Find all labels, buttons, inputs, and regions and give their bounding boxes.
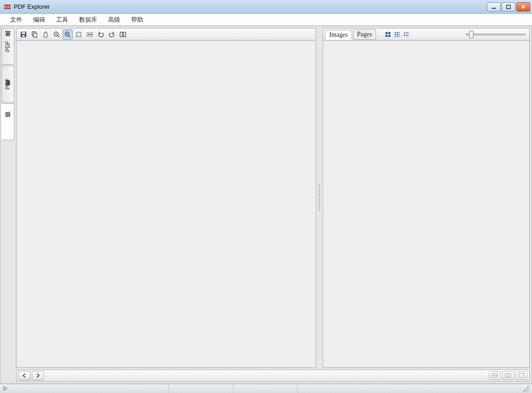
bottom-nav-strip	[16, 370, 530, 382]
minimize-button[interactable]	[487, 2, 501, 11]
nav-forward-button[interactable]	[32, 371, 44, 380]
svg-rect-32	[399, 36, 400, 37]
vtab-view-pdf[interactable]: 查看PDF	[1, 66, 14, 103]
svg-rect-34	[406, 32, 409, 33]
svg-rect-43	[519, 374, 524, 377]
menubar: 文件 编辑 工具 数据库 高级 帮助	[0, 14, 532, 26]
zoom-in-icon[interactable]	[63, 29, 73, 40]
menu-edit[interactable]: 编辑	[28, 14, 51, 26]
resize-grip[interactable]	[523, 386, 529, 392]
svg-line-13	[69, 35, 71, 37]
menu-database[interactable]: 数据库	[74, 14, 103, 26]
status-play-icon[interactable]	[3, 386, 7, 392]
titlebar: PDF PDF Explorer	[0, 0, 532, 14]
svg-rect-2	[492, 8, 496, 9]
app-icon: PDF	[4, 3, 11, 11]
two-page-icon[interactable]	[118, 29, 128, 40]
client-area: PDF Explorer PDF信息 查看PDF 扫描	[0, 26, 532, 384]
thumbnails-pane: Images Pages	[323, 28, 530, 368]
viewer-canvas[interactable]	[17, 40, 316, 367]
layout-button-3[interactable]	[515, 371, 527, 380]
svg-rect-6	[22, 35, 25, 37]
viewer-toolbar	[17, 28, 316, 40]
svg-rect-26	[399, 32, 400, 33]
menu-tools[interactable]: 工具	[51, 14, 74, 26]
status-cell-3	[297, 384, 362, 393]
thumbnails-canvas[interactable]	[323, 40, 529, 367]
status-cell-2	[233, 384, 297, 393]
maximize-button[interactable]	[502, 2, 515, 11]
zoom-out-icon[interactable]	[52, 29, 62, 40]
menu-help[interactable]: 帮助	[126, 14, 149, 26]
svg-rect-18	[120, 32, 122, 37]
grid-detail-icon[interactable]	[403, 31, 410, 38]
svg-rect-36	[404, 34, 405, 36]
rotate-left-icon[interactable]	[96, 29, 106, 40]
svg-rect-35	[406, 33, 408, 34]
svg-rect-31	[397, 36, 399, 37]
window-title: PDF Explorer	[14, 3, 50, 10]
close-button[interactable]	[516, 2, 530, 11]
svg-line-10	[58, 35, 60, 37]
vtab-pdf-info[interactable]: PDF信息	[1, 28, 14, 65]
layout-button-2[interactable]	[502, 371, 514, 380]
status-cell-1	[168, 384, 233, 393]
statusbar	[0, 384, 532, 393]
copy-icon[interactable]	[29, 29, 40, 40]
fit-page-icon[interactable]	[74, 29, 84, 40]
svg-rect-23	[388, 34, 390, 36]
vertical-tabs: PDF信息 查看PDF 扫描	[1, 28, 14, 382]
svg-rect-30	[395, 36, 396, 37]
svg-rect-25	[397, 32, 399, 33]
svg-rect-8	[34, 33, 37, 37]
save-icon[interactable]	[18, 29, 29, 40]
svg-rect-28	[397, 34, 399, 35]
menu-advanced[interactable]: 高级	[103, 14, 126, 26]
svg-text:PDF: PDF	[4, 6, 11, 9]
svg-rect-33	[404, 32, 405, 34]
tab-images[interactable]: Images	[325, 30, 352, 40]
viewer-pane	[16, 28, 316, 368]
svg-rect-20	[386, 32, 387, 34]
vtab-scan[interactable]: 扫描	[1, 103, 14, 140]
svg-rect-5	[22, 32, 25, 34]
svg-rect-37	[406, 34, 409, 35]
rotate-right-icon[interactable]	[107, 29, 117, 40]
svg-rect-21	[388, 32, 390, 34]
layout-button-1[interactable]	[489, 371, 501, 380]
splitter[interactable]	[318, 28, 321, 368]
tab-pages[interactable]: Pages	[353, 29, 376, 40]
fit-width-icon[interactable]	[85, 29, 95, 40]
nav-back-button[interactable]	[18, 371, 30, 380]
svg-rect-3	[507, 5, 510, 9]
svg-rect-38	[406, 36, 408, 36]
svg-rect-27	[395, 34, 396, 35]
thumbnails-toolbar: Images Pages	[323, 28, 529, 40]
thumbnail-size-slider[interactable]	[466, 34, 526, 35]
svg-rect-24	[395, 32, 396, 33]
pan-hand-icon[interactable]	[40, 29, 51, 40]
svg-rect-29	[399, 34, 400, 35]
thumbnails-icon[interactable]	[384, 31, 392, 38]
grid-small-icon[interactable]	[393, 31, 401, 38]
menu-file[interactable]: 文件	[5, 14, 28, 26]
svg-rect-22	[386, 34, 387, 36]
svg-rect-19	[123, 32, 126, 37]
